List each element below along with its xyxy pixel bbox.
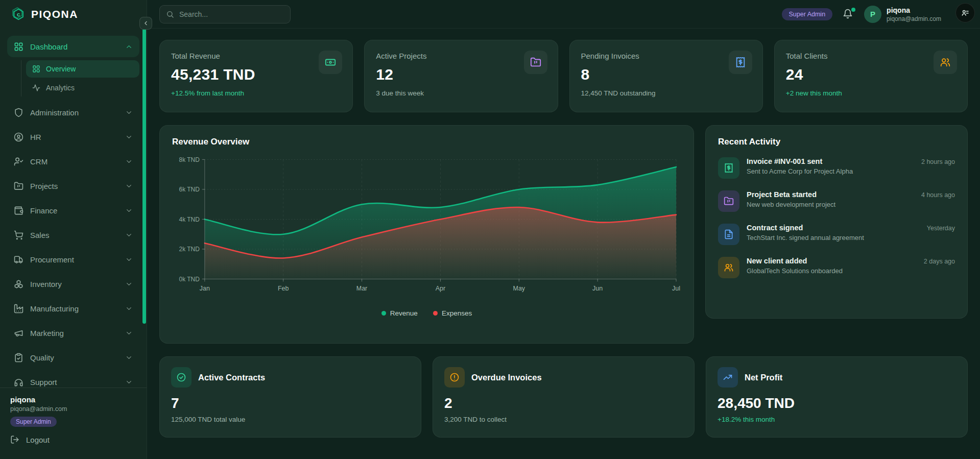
svg-text:2k TND: 2k TND [179, 246, 200, 253]
sidebar-role-badge: Super Admin [10, 417, 57, 427]
notifications-button[interactable] [843, 9, 854, 20]
summary-card-overdue-invoices: Overdue Invoices23,200 TND to collect [433, 356, 695, 438]
sidebar-item-support[interactable]: Support [7, 371, 139, 388]
sidebar-item-label: Dashboard [30, 42, 67, 51]
sidebar-item-label: Finance [30, 206, 57, 215]
search-input[interactable] [179, 10, 284, 18]
chevron-down-icon [125, 231, 133, 239]
activity-item-title: New client added [747, 257, 843, 265]
sidebar-scrollbar-thumb[interactable] [142, 29, 146, 324]
logout-button[interactable]: Logout [10, 435, 136, 444]
shield-icon [14, 108, 23, 117]
revenue-overview-card: Revenue Overview 0k TND2k TND4k TND6k TN… [159, 125, 694, 344]
grid-icon [14, 42, 23, 52]
stat-value: 12 [376, 66, 546, 83]
sidebar-item-inventory[interactable]: Inventory [7, 273, 139, 295]
sidebar-item-label: HR [30, 133, 41, 141]
sidebar-item-label: Projects [30, 182, 58, 190]
summary-card-subtext: 125,000 TND total value [171, 416, 410, 423]
users-icon [724, 262, 734, 273]
sidebar-collapse-button[interactable] [139, 17, 152, 30]
sidebar-item-marketing[interactable]: Marketing [7, 322, 139, 344]
sidebar-item-label: Marketing [30, 329, 64, 337]
stat-subtext: +2 new this month [786, 89, 956, 97]
chevron-down-icon [125, 256, 133, 263]
chart-legend: RevenueExpenses [172, 309, 681, 317]
search-icon [166, 10, 174, 18]
sidebar-item-label: Inventory [30, 280, 62, 288]
chevron-down-icon [125, 182, 133, 190]
chevron-down-icon [125, 305, 133, 312]
stat-icon-box [319, 51, 342, 74]
sidebar-subitem-label: Overview [46, 65, 76, 73]
svg-text:0k TND: 0k TND [179, 275, 200, 282]
svg-text:Jul: Jul [672, 285, 680, 292]
topbar-user-email: piqona@admin.com [887, 15, 941, 22]
sidebar-item-projects[interactable]: Projects [7, 175, 139, 197]
legend-label: Expenses [442, 309, 472, 317]
stat-card-pending-invoices: Pending Invoices812,450 TND outstanding [569, 40, 763, 112]
summary-card-net-profit: Net Profit28,450 TND+18.2% this month [706, 356, 968, 438]
sidebar-item-crm[interactable]: CRM [7, 151, 139, 172]
revenue-chart: 0k TND2k TND4k TND6k TND8k TNDJanFebMarA… [172, 153, 681, 302]
sidebar-user-email: piqona@admin.com [10, 405, 136, 413]
stat-card-total-clients: Total Clients24+2 new this month [774, 40, 968, 112]
stat-value: 45,231 TND [171, 66, 341, 83]
activity-item-subtext: TechStart Inc. signed annual agreement [747, 234, 864, 241]
user-profile[interactable]: P piqona piqona@admin.com [864, 6, 941, 23]
activity-item-title: Invoice #INV-001 sent [747, 157, 853, 165]
sidebar-item-label: CRM [30, 157, 47, 166]
grid-icon [32, 65, 40, 73]
sidebar-item-finance[interactable]: Finance [7, 200, 139, 221]
user-check-icon [14, 157, 23, 166]
banknote-icon [325, 57, 336, 68]
svg-text:Jun: Jun [592, 285, 603, 292]
stat-card-total-revenue: Total Revenue45,231 TND+12.5% from last … [159, 40, 353, 112]
chevron-down-icon [125, 354, 133, 361]
svg-text:Apr: Apr [436, 285, 446, 292]
search-box [159, 5, 291, 23]
activity-item-contract-signed: Contract signedTechStart Inc. signed ann… [718, 224, 955, 245]
summary-icon-box [718, 367, 738, 388]
summary-card-subtext: +18.2% this month [718, 416, 956, 423]
users-icon [940, 57, 951, 68]
summary-card-title: Active Contracts [198, 373, 265, 382]
activity-icon [32, 84, 40, 92]
sidebar-item-procurement[interactable]: Procurement [7, 249, 139, 270]
sidebar-item-sales[interactable]: Sales [7, 224, 139, 246]
svg-text:6k TND: 6k TND [179, 186, 200, 193]
sidebar-item-administration[interactable]: Administration [7, 102, 139, 123]
bottom-cards-row: Active Contracts7125,000 TND total value… [159, 356, 968, 438]
sidebar-user-name: piqona [10, 395, 136, 404]
headphones-icon [14, 377, 23, 387]
activity-item-title: Contract signed [747, 224, 864, 232]
sidebar-subitem-overview[interactable]: Overview [26, 60, 139, 78]
folder-icon [14, 181, 23, 191]
svg-text:Mar: Mar [356, 285, 368, 292]
corner-user-menu-button[interactable] [955, 3, 975, 22]
sidebar-submenu: OverviewAnalytics [21, 60, 139, 96]
stats-row: Total Revenue45,231 TND+12.5% from last … [159, 40, 968, 112]
middle-row: Revenue Overview 0k TND2k TND4k TND6k TN… [159, 125, 968, 344]
sidebar-item-hr[interactable]: HR [7, 126, 139, 148]
svg-text:4k TND: 4k TND [179, 215, 200, 223]
stat-label: Total Clients [786, 52, 956, 60]
sidebar-subitem-analytics[interactable]: Analytics [26, 79, 139, 96]
sidebar-item-dashboard[interactable]: Dashboard [7, 36, 139, 57]
sidebar-item-label: Procurement [30, 255, 74, 264]
summary-card-title: Net Profit [745, 373, 782, 382]
activity-item-subtext: Sent to Acme Corp for Project Alpha [747, 167, 853, 175]
activity-item-subtext: GlobalTech Solutions onboarded [747, 267, 843, 275]
activity-item-invoice-inv-001-sent: Invoice #INV-001 sentSent to Acme Corp f… [718, 157, 955, 179]
alert-circle-icon [449, 372, 460, 382]
brand-logo: c PIQONA [0, 0, 147, 29]
activity-icon-box [718, 224, 739, 245]
summary-card-value: 2 [444, 395, 683, 412]
chevron-up-icon [125, 43, 133, 51]
sidebar-item-quality[interactable]: Quality [7, 347, 139, 368]
sidebar-item-label: Administration [30, 108, 79, 117]
stat-icon-box [524, 51, 547, 74]
avatar: P [864, 6, 881, 23]
activity-item-time: 4 hours ago [921, 190, 955, 199]
sidebar-item-manufacturing[interactable]: Manufacturing [7, 298, 139, 319]
